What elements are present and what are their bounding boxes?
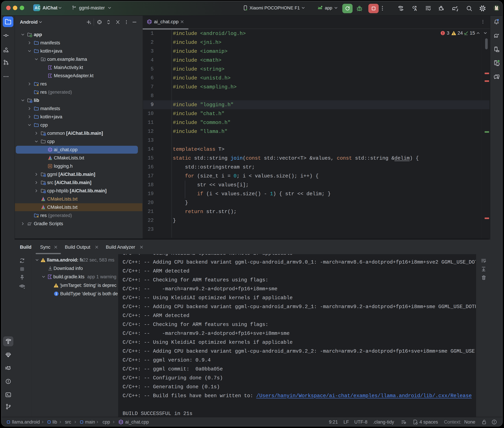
svg-text:A: A [414,7,417,12]
